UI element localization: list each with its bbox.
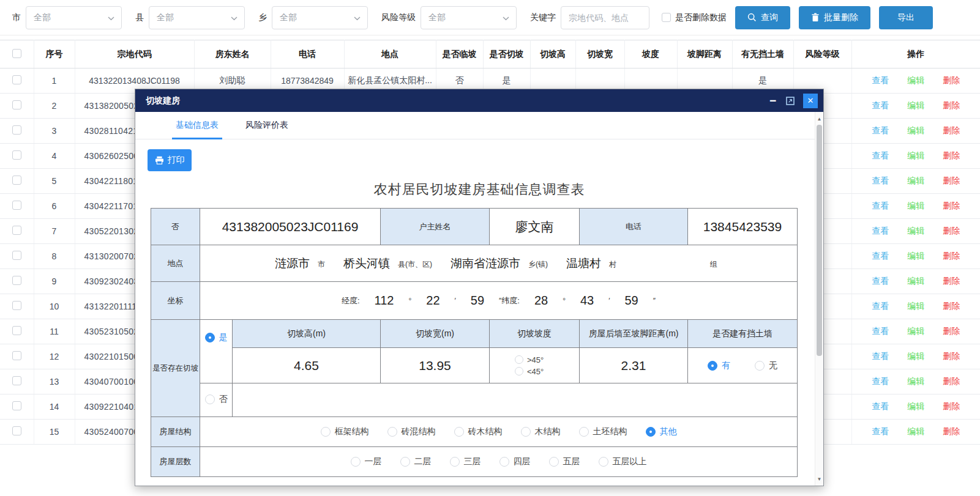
view-link[interactable]: 查看 [872, 276, 889, 286]
minimize-icon[interactable]: − [768, 95, 777, 106]
delete-link[interactable]: 删除 [943, 276, 960, 286]
delete-link[interactable]: 删除 [943, 100, 960, 110]
row-checkbox[interactable] [12, 301, 21, 310]
row-checkbox[interactable] [12, 401, 21, 410]
row-checkbox[interactable] [12, 75, 21, 84]
print-button[interactable]: 打印 [148, 149, 192, 171]
delete-link[interactable]: 删除 [943, 176, 960, 185]
edit-link[interactable]: 编辑 [907, 150, 924, 160]
row-checkbox[interactable] [12, 251, 21, 260]
edit-link[interactable]: 编辑 [907, 176, 924, 185]
delete-link[interactable]: 删除 [943, 426, 960, 436]
row-checkbox[interactable] [12, 376, 21, 385]
row-checkbox[interactable] [12, 426, 21, 435]
edit-link[interactable]: 编辑 [907, 100, 924, 110]
query-button[interactable]: 查询 [735, 6, 790, 29]
radio-option[interactable]: 框架结构 [321, 426, 369, 437]
delete-link[interactable]: 删除 [943, 326, 960, 336]
county-select[interactable]: 全部 [149, 6, 245, 29]
row-checkbox[interactable] [12, 351, 21, 360]
arrow-up-icon[interactable]: ▲ [815, 114, 823, 124]
select-all-checkbox[interactable] [12, 49, 21, 58]
modal-scrollbar[interactable]: ▲ ▼ [815, 112, 823, 486]
radio-option[interactable]: 三层 [450, 456, 481, 467]
export-button[interactable]: 导出 [879, 6, 933, 29]
radio-option[interactable]: 土坯结构 [579, 426, 627, 437]
row-checkbox[interactable] [12, 150, 21, 160]
row-checkbox[interactable] [12, 326, 21, 335]
edit-link[interactable]: 编辑 [907, 301, 924, 311]
row-checkbox[interactable] [12, 201, 21, 210]
batch-delete-button[interactable]: 批量删除 [799, 6, 870, 29]
delete-link[interactable]: 删除 [943, 351, 960, 361]
modal-title-bar[interactable]: 切坡建房 − ✕ [135, 89, 823, 112]
maximize-icon[interactable] [785, 96, 795, 106]
row-checkbox[interactable] [12, 276, 21, 285]
edit-link[interactable]: 编辑 [907, 201, 924, 210]
wall-yes-radio[interactable]: 有 [708, 360, 730, 371]
delete-link[interactable]: 删除 [943, 226, 960, 235]
edit-link[interactable]: 编辑 [907, 276, 924, 286]
scrollbar-thumb[interactable] [817, 125, 822, 356]
radio-option[interactable]: 五层 [549, 456, 580, 467]
view-link[interactable]: 查看 [872, 401, 889, 411]
slope-lt45-radio[interactable]: <45° [515, 367, 544, 376]
radio-option[interactable]: 一层 [351, 456, 382, 467]
delete-link[interactable]: 删除 [943, 401, 960, 411]
view-link[interactable]: 查看 [872, 301, 889, 311]
delete-link[interactable]: 删除 [943, 301, 960, 311]
view-link[interactable]: 查看 [872, 75, 889, 85]
delete-link[interactable]: 删除 [943, 125, 960, 135]
city-select[interactable]: 全部 [26, 6, 122, 29]
view-link[interactable]: 查看 [872, 176, 889, 185]
edit-link[interactable]: 编辑 [907, 125, 924, 135]
delete-link[interactable]: 删除 [943, 75, 960, 85]
cut-slope-no-radio[interactable]: 否 [205, 394, 228, 405]
radio-option[interactable]: 五层以上 [599, 456, 647, 467]
slope-gt45-radio[interactable]: >45° [515, 355, 544, 365]
keyword-input[interactable] [561, 6, 649, 29]
cut-slope-yes-radio[interactable]: 是 [205, 332, 228, 343]
view-link[interactable]: 查看 [872, 326, 889, 336]
risk-level-select[interactable]: 全部 [421, 6, 517, 29]
arrow-down-icon[interactable]: ▼ [815, 474, 823, 484]
delete-link[interactable]: 删除 [943, 376, 960, 386]
row-checkbox[interactable] [12, 100, 21, 109]
edit-link[interactable]: 编辑 [907, 351, 924, 361]
tab-basic-info[interactable]: 基础信息表 [176, 120, 219, 139]
township-select[interactable]: 全部 [272, 6, 368, 29]
row-checkbox[interactable] [12, 226, 21, 235]
wall-no-radio[interactable]: 无 [755, 360, 777, 371]
view-link[interactable]: 查看 [872, 351, 889, 361]
view-link[interactable]: 查看 [872, 376, 889, 386]
radio-option[interactable]: 四层 [499, 456, 531, 467]
delete-link[interactable]: 删除 [943, 201, 960, 210]
view-link[interactable]: 查看 [872, 226, 889, 235]
radio-option[interactable]: 砖混结构 [387, 426, 436, 437]
deleted-data-checkbox-group[interactable]: 是否删除数据 [662, 12, 727, 23]
view-link[interactable]: 查看 [872, 251, 889, 261]
radio-option[interactable]: 木结构 [521, 426, 561, 437]
view-link[interactable]: 查看 [872, 201, 889, 210]
radio-option[interactable]: 其他 [646, 426, 677, 437]
edit-link[interactable]: 编辑 [907, 75, 924, 85]
row-checkbox[interactable] [12, 125, 21, 135]
edit-link[interactable]: 编辑 [907, 326, 924, 336]
row-checkbox[interactable] [12, 176, 21, 185]
edit-link[interactable]: 编辑 [907, 401, 924, 411]
deleted-data-checkbox[interactable] [662, 13, 671, 22]
view-link[interactable]: 查看 [872, 426, 889, 436]
delete-link[interactable]: 删除 [943, 150, 960, 160]
edit-link[interactable]: 编辑 [907, 376, 924, 386]
edit-link[interactable]: 编辑 [907, 426, 924, 436]
view-link[interactable]: 查看 [872, 125, 889, 135]
close-icon[interactable]: ✕ [803, 94, 818, 108]
delete-link[interactable]: 删除 [943, 251, 960, 261]
view-link[interactable]: 查看 [872, 150, 889, 160]
edit-link[interactable]: 编辑 [907, 226, 924, 235]
radio-option[interactable]: 砖木结构 [454, 426, 503, 437]
tab-risk-evaluation[interactable]: 风险评价表 [245, 120, 288, 139]
edit-link[interactable]: 编辑 [907, 251, 924, 261]
radio-option[interactable]: 二层 [400, 456, 432, 467]
view-link[interactable]: 查看 [872, 100, 889, 110]
